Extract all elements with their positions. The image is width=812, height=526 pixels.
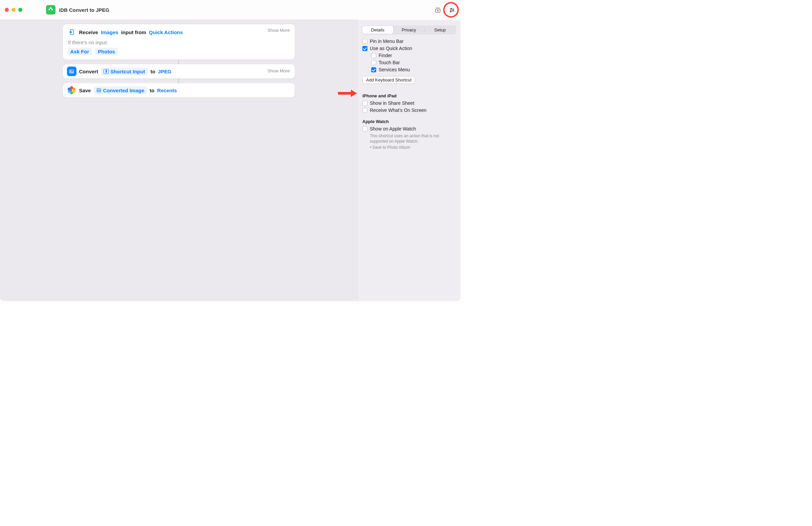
tab-privacy[interactable]: Privacy [393, 26, 424, 34]
check-label: Receive What's On Screen [370, 107, 426, 113]
action-save[interactable]: Save Converted Image to Recents [63, 83, 295, 97]
connector [178, 78, 179, 83]
window-title: iDB Convert to JPEG [59, 7, 109, 13]
check-share-sheet[interactable]: Show in Share Sheet [362, 101, 455, 106]
save-to: to [149, 88, 154, 93]
check-label: Show in Share Sheet [370, 101, 415, 106]
svg-rect-1 [69, 70, 74, 73]
check-label: Pin in Menu Bar [370, 39, 404, 44]
no-input-label: If there's no input: [68, 40, 290, 45]
svg-point-5 [451, 8, 452, 9]
zoom-window-button[interactable] [18, 8, 22, 12]
checkbox[interactable] [371, 53, 376, 58]
watch-note-line1: This shortcut uses an action that is not… [370, 133, 455, 144]
check-receive-onscreen[interactable]: Receive What's On Screen [362, 107, 455, 113]
image-variable-icon [97, 88, 102, 93]
window-controls [5, 8, 22, 12]
check-show-watch[interactable]: Show on Apple Watch [362, 126, 455, 132]
converted-image-token[interactable]: Converted Image [94, 87, 147, 94]
add-keyboard-shortcut-button[interactable]: Add Keyboard Shortcut [362, 76, 415, 84]
convert-verb: Convert [79, 69, 99, 74]
close-window-button[interactable] [5, 8, 9, 12]
shortcut-input-label: Shortcut Input [110, 69, 145, 74]
watch-note-line2: • Save to Photo Album [370, 145, 455, 150]
photos-token[interactable]: Photos [95, 48, 118, 56]
convert-to: to [150, 69, 155, 74]
checkbox[interactable] [371, 60, 376, 65]
convert-format-link[interactable]: JPEG [158, 69, 172, 74]
ask-for-token[interactable]: Ask For [68, 48, 92, 56]
save-dest-link[interactable]: Recents [157, 88, 177, 93]
check-label: Services Menu [379, 67, 410, 72]
minimize-window-button[interactable] [12, 8, 16, 12]
photos-app-icon [67, 86, 76, 95]
checkbox[interactable] [362, 46, 367, 51]
check-label: Touch Bar [379, 60, 400, 65]
settings-sliders-icon[interactable] [448, 6, 456, 14]
library-icon[interactable] [434, 6, 442, 14]
inspector-panel: Details Privacy Setup Pin in Menu Bar Us… [357, 20, 460, 301]
checkbox[interactable] [362, 126, 367, 132]
checkbox[interactable] [371, 67, 376, 72]
tab-details[interactable]: Details [362, 26, 393, 34]
converted-image-label: Converted Image [103, 88, 144, 93]
receive-source-link[interactable]: Quick Actions [149, 29, 183, 35]
check-pin-menubar[interactable]: Pin in Menu Bar [362, 39, 455, 44]
section-iphone-ipad: iPhone and iPad [362, 93, 455, 99]
check-touchbar[interactable]: Touch Bar [371, 60, 455, 65]
check-quick-action[interactable]: Use as Quick Action [362, 46, 455, 51]
connector [178, 60, 179, 64]
shortcut-app-icon [46, 5, 56, 15]
receive-verb: Receive [79, 29, 99, 35]
check-label: Finder [379, 53, 392, 58]
checkbox[interactable] [362, 108, 367, 113]
svg-rect-3 [105, 70, 106, 73]
save-verb: Save [79, 88, 91, 93]
check-label: Use as Quick Action [370, 46, 412, 51]
check-services-menu[interactable]: Services Menu [371, 67, 455, 72]
svg-point-7 [450, 11, 451, 12]
show-more-link[interactable]: Show More [267, 28, 290, 33]
show-more-link[interactable]: Show More [267, 68, 290, 73]
section-apple-watch: Apple Watch [362, 119, 455, 124]
magic-variable-icon [103, 69, 108, 74]
check-label: Show on Apple Watch [370, 126, 416, 132]
receive-mid: input from [121, 29, 146, 35]
receive-icon [67, 27, 76, 37]
receive-type-link[interactable]: Images [101, 29, 118, 35]
tab-setup[interactable]: Setup [425, 26, 455, 34]
svg-point-6 [453, 10, 454, 11]
action-receive[interactable]: Show More Receive Images input from Quic… [63, 24, 295, 60]
checkbox[interactable] [362, 39, 367, 44]
check-finder[interactable]: Finder [371, 53, 455, 58]
convert-icon [67, 66, 76, 76]
workflow-canvas[interactable]: Show More Receive Images input from Quic… [0, 20, 357, 301]
action-convert[interactable]: Show More Convert Shortcut Input to [63, 64, 295, 78]
checkbox[interactable] [362, 101, 367, 106]
inspector-tabs: Details Privacy Setup [362, 25, 456, 34]
shortcut-input-token[interactable]: Shortcut Input [101, 67, 147, 75]
